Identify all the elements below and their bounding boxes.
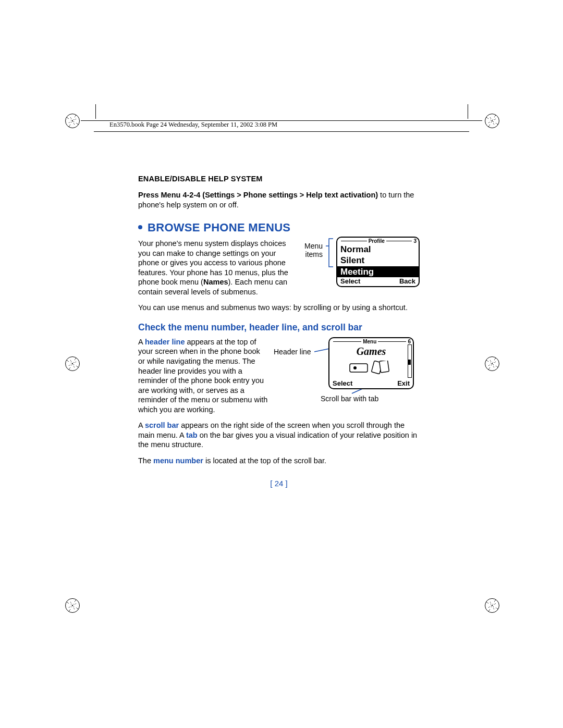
subsection-title: Check the menu number, header line, and … bbox=[138, 322, 420, 333]
screen-item: Silent bbox=[337, 255, 419, 266]
crop-mark bbox=[468, 104, 468, 119]
paragraph: The menu number is located at the top of… bbox=[138, 456, 420, 466]
crop-rosette bbox=[65, 598, 80, 613]
section-title: BROWSE PHONE MENUS bbox=[138, 221, 420, 235]
body-text: A header line appears at the top of your… bbox=[138, 337, 268, 414]
screen-icons bbox=[329, 360, 413, 379]
paragraph: A header line appears at the top of your… bbox=[138, 337, 268, 414]
screen-header-num: 6 bbox=[408, 339, 411, 344]
figure-profile-menu: Menu items Profile 3 Normal Silent Meeti… bbox=[301, 237, 420, 287]
crop-rosette bbox=[485, 114, 499, 128]
crop-rosette bbox=[65, 114, 80, 128]
body-text: Press Menu 4-2-4 (Settings > Phone setti… bbox=[138, 190, 420, 209]
svg-rect-5 bbox=[380, 361, 389, 373]
games-icon bbox=[348, 361, 395, 374]
term: tab bbox=[186, 431, 198, 439]
subheading: ENABLE/DISABLE HELP SYSTEM bbox=[138, 175, 420, 183]
figure-games-menu: Header line Scroll bar with tab Menu 6 G… bbox=[274, 337, 420, 415]
body-text: You can use menus and submenus two ways:… bbox=[138, 303, 420, 313]
page-number: [ 24 ] bbox=[138, 479, 420, 488]
text: A bbox=[138, 338, 145, 346]
paragraph: Your phone's menu system displays choice… bbox=[138, 239, 295, 297]
screen-header-row: Profile 3 bbox=[337, 238, 419, 244]
crop-rosette bbox=[485, 356, 499, 371]
softkey-left: Select bbox=[333, 379, 352, 387]
paragraph: You can use menus and submenus two ways:… bbox=[138, 303, 420, 313]
screen-item-selected: Meeting bbox=[337, 266, 419, 277]
text: is located at the top of the scroll bar. bbox=[203, 456, 326, 465]
text: The bbox=[138, 456, 153, 465]
crop-line bbox=[94, 131, 469, 132]
text: appears at the top of your screen when i… bbox=[138, 338, 267, 414]
crop-rosette bbox=[65, 356, 80, 371]
crop-mark bbox=[95, 104, 96, 119]
paragraph: Press Menu 4-2-4 (Settings > Phone setti… bbox=[138, 190, 420, 209]
text: A bbox=[138, 421, 145, 429]
screen-item: Normal bbox=[337, 244, 419, 255]
screen-header-num: 3 bbox=[413, 238, 417, 244]
softkey-left: Select bbox=[340, 277, 360, 285]
crop-mark bbox=[81, 120, 95, 121]
scrollbar bbox=[408, 344, 412, 378]
book-header: En3570.book Page 24 Wednesday, September… bbox=[109, 121, 277, 129]
term: menu number bbox=[153, 456, 203, 465]
body-text: Your phone's menu system displays choice… bbox=[138, 239, 295, 297]
svg-point-3 bbox=[353, 366, 357, 369]
crop-rosette bbox=[485, 598, 499, 613]
screen-header: Menu bbox=[363, 339, 376, 344]
phone-screen: Profile 3 Normal Silent Meeting Select B… bbox=[336, 237, 420, 287]
svg-rect-2 bbox=[350, 364, 368, 372]
softkey-row: Select Back bbox=[337, 277, 419, 286]
bold-text: Press Menu 4-2-4 (Settings > Phone setti… bbox=[138, 191, 378, 199]
softkey-right: Back bbox=[399, 277, 415, 285]
page-content: ENABLE/DISABLE HELP SYSTEM Press Menu 4-… bbox=[138, 175, 420, 488]
body-text: A scroll bar appears on the right side o… bbox=[138, 421, 420, 465]
phone-screen: Menu 6 Games Select Exit bbox=[328, 337, 414, 389]
screen-items: Normal Silent Meeting bbox=[337, 244, 419, 277]
callout-label: Menu items bbox=[301, 237, 323, 258]
term: header line bbox=[145, 338, 185, 346]
term: scroll bar bbox=[145, 421, 179, 429]
bold-text: Names bbox=[203, 278, 228, 286]
softkey-row: Select Exit bbox=[329, 379, 413, 388]
screen-header: Profile bbox=[369, 238, 385, 244]
bullet-icon bbox=[138, 225, 142, 229]
softkey-right: Exit bbox=[397, 379, 410, 387]
paragraph: A scroll bar appears on the right side o… bbox=[138, 421, 420, 450]
section-title-text: BROWSE PHONE MENUS bbox=[148, 221, 290, 234]
callout-bracket bbox=[325, 237, 334, 278]
scrollbar-tab bbox=[408, 360, 411, 365]
screen-header-row: Menu 6 bbox=[329, 338, 413, 344]
screen-title: Games bbox=[329, 344, 413, 360]
